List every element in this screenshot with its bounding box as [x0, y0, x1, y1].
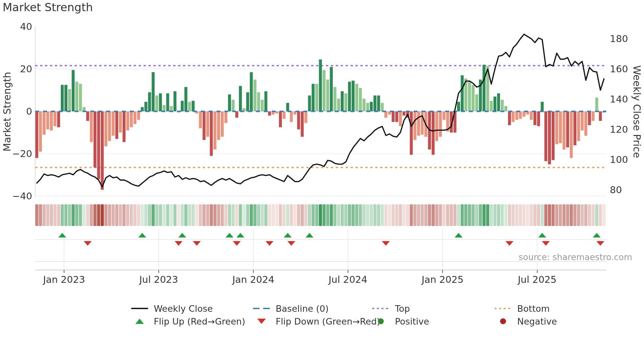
legend-item-flip-up: Flip Up (Red→Green): [129, 316, 245, 327]
legend-item-baseline: Baseline (0): [251, 303, 329, 314]
x-tick-jul-2025: Jul 2025: [498, 274, 577, 285]
legend-item-positive: Positive: [371, 316, 429, 327]
y-right-axis-label: Weekly Close Price: [631, 56, 643, 168]
x-tick-jul-2023: Jul 2023: [119, 274, 198, 285]
y-right-tick-180: 180: [610, 33, 644, 44]
legend-label: Baseline (0): [276, 304, 329, 314]
x-tick-jan-2024: Jan 2024: [214, 274, 293, 285]
market-strength-chart: Market Strength 40 20 0 −20 −40 180 160 …: [0, 0, 644, 362]
x-tick-jan-2025: Jan 2025: [403, 274, 482, 285]
y-left-tick-m40: −40: [6, 191, 32, 202]
flip-up-triangle-icon: [129, 319, 150, 324]
legend-item-negative: Negative: [493, 316, 557, 327]
bottom-dots-icon: [493, 308, 513, 309]
legend-label: Weekly Close: [154, 304, 213, 314]
legend-item-flip-down: Flip Down (Green→Red): [251, 316, 380, 327]
weekly-close-line-icon: [129, 308, 150, 309]
flip-down-triangle-icon: [251, 319, 272, 324]
negative-circle-icon: [493, 318, 513, 324]
legend-label: Bottom: [517, 304, 550, 314]
legend-item-top: Top: [371, 303, 410, 314]
y-right-tick-80: 80: [610, 184, 644, 195]
top-dots-icon: [371, 308, 391, 309]
baseline-dash-icon: [251, 308, 272, 309]
legend-item-weekly-close: Weekly Close: [129, 303, 213, 314]
legend-label: Flip Down (Green→Red): [276, 316, 380, 327]
chart-title: Market Strength: [3, 1, 93, 14]
legend-label: Flip Up (Red→Green): [154, 316, 245, 327]
source-credit: source: sharemaestro.com: [435, 252, 632, 262]
legend-item-bottom: Bottom: [493, 303, 550, 314]
legend-label: Top: [395, 304, 410, 314]
legend-label: Positive: [395, 316, 429, 327]
positive-circle-icon: [371, 318, 391, 324]
y-left-tick-40: 40: [6, 21, 32, 32]
legend-label: Negative: [517, 316, 557, 327]
x-tick-jul-2024: Jul 2024: [309, 274, 387, 285]
x-tick-jan-2023: Jan 2023: [25, 274, 104, 285]
y-left-axis-label: Market Strength: [1, 56, 13, 168]
